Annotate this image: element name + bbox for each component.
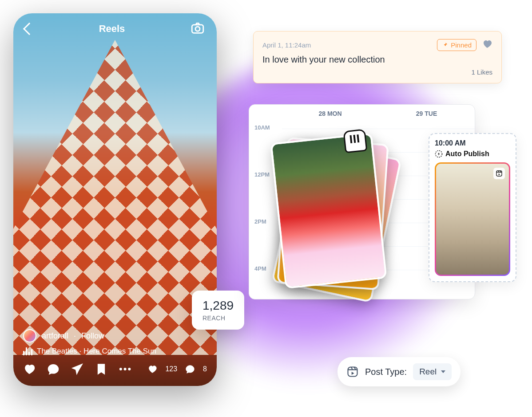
- comment-icon[interactable]: [47, 363, 60, 375]
- username: artforall: [42, 331, 68, 341]
- more-icon[interactable]: •••: [119, 363, 132, 375]
- music-icon: [23, 347, 32, 355]
- post-user[interactable]: artforall · Follow: [23, 329, 207, 342]
- schedule-time: 10:00 AM: [435, 139, 510, 147]
- pin-icon: [442, 42, 448, 48]
- svg-rect-4: [348, 367, 357, 377]
- phone-footer: artforall · Follow The Beatles · Here Co…: [13, 329, 217, 386]
- comment-text: In love with your new collection: [262, 55, 492, 65]
- svg-rect-0: [192, 25, 203, 33]
- phone-header: Reels: [13, 13, 217, 44]
- post-type-dropdown[interactable]: Reel: [413, 363, 452, 380]
- reach-label: REACH: [202, 315, 234, 322]
- heart-icon[interactable]: [23, 363, 36, 375]
- auto-publish-label: Auto Publish: [445, 150, 489, 158]
- auto-publish-row: Auto Publish: [435, 150, 510, 158]
- grab-cursor-icon: [343, 129, 367, 153]
- like-count: 123: [165, 365, 177, 373]
- calendar-header: 28 MON 29 TUE: [249, 105, 475, 122]
- like-comment-icon[interactable]: [482, 39, 492, 51]
- comment-timestamp: April 1, 11:24am: [262, 41, 311, 49]
- comment-count: 8: [203, 365, 207, 373]
- post-type-value: Reel: [419, 367, 437, 377]
- svg-rect-3: [496, 171, 502, 176]
- heart-count-icon: [147, 364, 157, 374]
- media-stack[interactable]: [278, 138, 391, 302]
- chevron-down-icon: [441, 370, 445, 373]
- time-label: 2PM: [254, 218, 266, 225]
- time-label: 12PM: [254, 171, 270, 178]
- music-row[interactable]: The Beatles · Here Comes The Sun: [23, 347, 207, 356]
- svg-point-1: [195, 27, 200, 31]
- comment-likes: 1 Likes: [262, 68, 492, 76]
- calendar-day[interactable]: 29 TUE: [378, 105, 475, 122]
- time-label: 4PM: [254, 265, 266, 272]
- post-type-label: Post Type:: [365, 367, 407, 377]
- lightning-icon: [435, 150, 443, 158]
- avatar: [23, 329, 36, 342]
- reels-badge-icon: [493, 168, 505, 179]
- follow-link[interactable]: Follow: [81, 331, 104, 341]
- reels-title: Reels: [99, 23, 125, 35]
- pinned-badge[interactable]: Pinned: [437, 39, 476, 51]
- bookmark-icon[interactable]: [95, 363, 107, 375]
- send-icon[interactable]: [71, 363, 83, 375]
- reels-icon: [346, 366, 359, 378]
- music-text: The Beatles · Here Comes The Sun: [37, 347, 156, 356]
- camera-icon[interactable]: [190, 20, 205, 37]
- username-sep: ·: [74, 331, 76, 341]
- stack-card-top[interactable]: [270, 133, 387, 289]
- scheduled-post-card[interactable]: 10:00 AM Auto Publish: [429, 133, 516, 282]
- phone-reels-preview: Reels artforall · Follow The Beatles · H…: [13, 13, 217, 386]
- back-icon[interactable]: [23, 23, 36, 35]
- comment-count-icon: [185, 364, 195, 374]
- calendar-day[interactable]: 28 MON: [282, 105, 378, 122]
- schedule-thumbnail: [435, 162, 510, 276]
- comment-card: April 1, 11:24am Pinned In love with you…: [253, 31, 502, 83]
- reach-card: 1,289 REACH: [192, 291, 244, 330]
- reach-value: 1,289: [202, 299, 234, 313]
- action-bar: ••• 123 8: [23, 363, 207, 375]
- building-photo: [13, 40, 217, 355]
- time-label: 10AM: [254, 124, 270, 131]
- pinned-label: Pinned: [451, 41, 472, 49]
- post-type-selector: Post Type: Reel: [337, 357, 461, 386]
